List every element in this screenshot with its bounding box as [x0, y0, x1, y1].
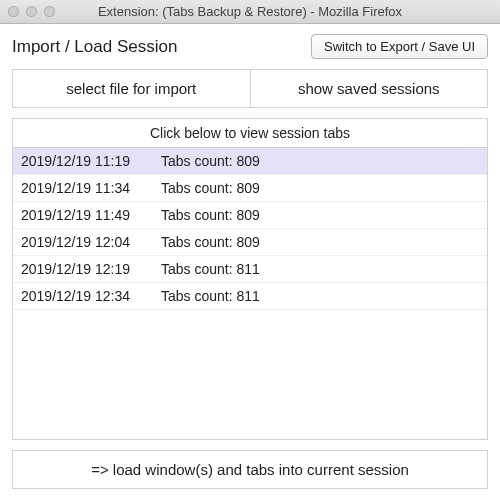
- session-row[interactable]: 2019/12/19 12:04Tabs count: 809: [13, 229, 487, 256]
- sessions-list: 2019/12/19 11:19Tabs count: 8092019/12/1…: [13, 148, 487, 439]
- load-session-button[interactable]: => load window(s) and tabs into current …: [12, 450, 488, 489]
- close-icon[interactable]: [8, 6, 19, 17]
- session-tabs-count: Tabs count: 811: [161, 261, 479, 277]
- page-title: Import / Load Session: [12, 37, 177, 57]
- tab-row: select file for import show saved sessio…: [12, 69, 488, 108]
- session-tabs-count: Tabs count: 809: [161, 207, 479, 223]
- session-row[interactable]: 2019/12/19 11:49Tabs count: 809: [13, 202, 487, 229]
- sessions-instruction: Click below to view session tabs: [13, 119, 487, 148]
- session-date: 2019/12/19 12:04: [21, 234, 161, 250]
- session-row[interactable]: 2019/12/19 12:19Tabs count: 811: [13, 256, 487, 283]
- session-date: 2019/12/19 11:34: [21, 180, 161, 196]
- titlebar: Extension: (Tabs Backup & Restore) - Moz…: [0, 0, 500, 24]
- switch-mode-button[interactable]: Switch to Export / Save UI: [311, 34, 488, 59]
- session-date: 2019/12/19 12:34: [21, 288, 161, 304]
- session-tabs-count: Tabs count: 809: [161, 234, 479, 250]
- sessions-panel: Click below to view session tabs 2019/12…: [12, 118, 488, 440]
- tab-select-file[interactable]: select file for import: [13, 70, 251, 107]
- traffic-lights: [8, 6, 55, 17]
- session-date: 2019/12/19 12:19: [21, 261, 161, 277]
- maximize-icon[interactable]: [44, 6, 55, 17]
- session-tabs-count: Tabs count: 809: [161, 153, 479, 169]
- session-row[interactable]: 2019/12/19 11:19Tabs count: 809: [13, 148, 487, 175]
- window-title: Extension: (Tabs Backup & Restore) - Moz…: [0, 4, 500, 19]
- minimize-icon[interactable]: [26, 6, 37, 17]
- footer-row: => load window(s) and tabs into current …: [12, 450, 488, 489]
- session-date: 2019/12/19 11:49: [21, 207, 161, 223]
- firefox-window: Extension: (Tabs Backup & Restore) - Moz…: [0, 0, 500, 501]
- header-row: Import / Load Session Switch to Export /…: [0, 24, 500, 69]
- session-tabs-count: Tabs count: 809: [161, 180, 479, 196]
- session-tabs-count: Tabs count: 811: [161, 288, 479, 304]
- content-area: Import / Load Session Switch to Export /…: [0, 24, 500, 501]
- session-row[interactable]: 2019/12/19 12:34Tabs count: 811: [13, 283, 487, 310]
- session-date: 2019/12/19 11:19: [21, 153, 161, 169]
- tab-show-sessions[interactable]: show saved sessions: [251, 70, 488, 107]
- session-row[interactable]: 2019/12/19 11:34Tabs count: 809: [13, 175, 487, 202]
